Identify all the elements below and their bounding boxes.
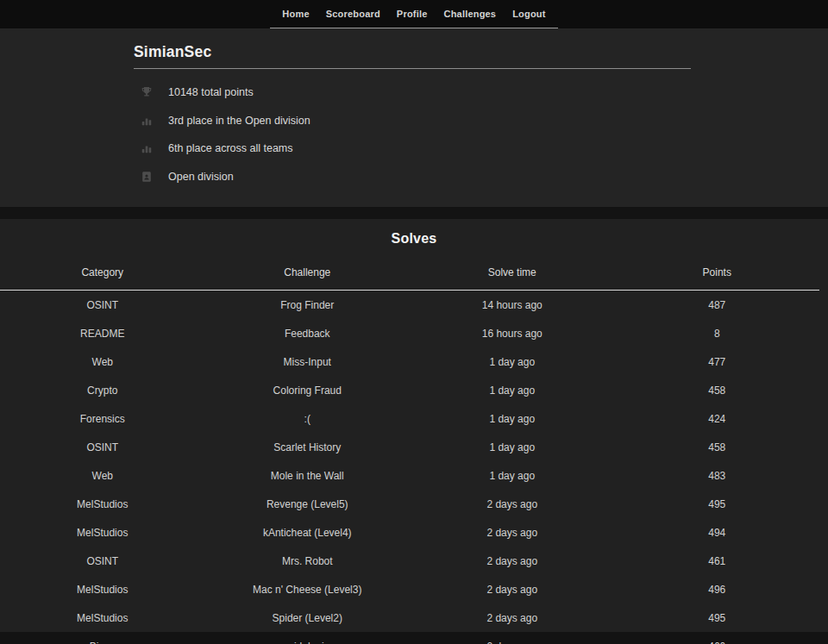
solve-time-cell: 2 days ago [410,584,615,596]
challenge-cell: Scarlet History [205,441,411,453]
table-row: Binex ruid_login 2 days ago 460 [0,632,819,644]
challenge-cell: ruid_login [205,641,411,644]
table-row: MelStudios Spider (Level2) 2 days ago 49… [0,603,819,632]
points-cell: 461 [615,555,820,567]
points-cell: 458 [615,441,820,453]
trophy-icon [140,85,154,99]
points-cell: 495 [615,498,820,510]
challenge-cell: kAnticheat (Level4) [205,527,411,539]
table-row: OSINT Scarlet History 1 day ago 458 [0,433,819,461]
category-cell: Binex [0,641,205,644]
stat-text: 6th place across all teams [168,142,293,154]
category-cell: MelStudios [0,584,205,596]
profile-card: SimianSec 10148 total points 3rd place i… [0,29,828,207]
challenge-cell: Mole in the Wall [205,470,411,482]
challenge-cell: Mac n' Cheese (Level3) [205,584,411,596]
table-row: OSINT Mrs. Robot 2 days ago 461 [0,547,819,575]
solves-table: Category Challenge Solve time Points OSI… [0,266,828,644]
points-cell: 477 [615,356,820,368]
solve-time-cell: 1 day ago [410,470,615,482]
team-name-title: SimianSec [134,43,828,61]
challenge-cell: Revenge (Level5) [205,498,411,510]
nav-item-challenges[interactable]: Challenges [444,9,497,19]
points-cell: 496 [615,584,820,596]
category-cell: MelStudios [0,527,205,539]
points-cell: 460 [615,641,820,644]
category-cell: MelStudios [0,612,205,624]
stat-overall-place: 6th place across all teams [134,134,828,163]
points-cell: 424 [615,413,820,425]
nav-item-home[interactable]: Home [282,9,309,19]
solve-time-cell: 16 hours ago [410,328,615,340]
points-cell: 487 [615,299,820,311]
points-cell: 8 [615,328,820,340]
column-header-solve-time: Solve time [410,266,615,278]
challenge-cell: Feedback [205,328,411,340]
table-row: MelStudios Revenge (Level5) 2 days ago 4… [0,490,819,518]
solve-time-cell: 1 day ago [410,413,615,425]
challenge-cell: Mrs. Robot [205,555,411,567]
solves-title: Solves [0,219,828,247]
nav-item-logout[interactable]: Logout [512,9,545,19]
category-cell: OSINT [0,441,205,453]
challenge-cell: Coloring Fraud [205,385,411,397]
title-underline [134,68,691,69]
solve-time-cell: 1 day ago [410,441,615,453]
nav-item-scoreboard[interactable]: Scoreboard [326,9,380,19]
category-cell: Web [0,470,205,482]
table-row: OSINT Frog Finder 14 hours ago 487 [0,291,819,319]
solve-time-cell: 2 days ago [410,527,615,539]
category-cell: MelStudios [0,498,205,510]
challenge-cell: Miss-Input [205,356,411,368]
category-cell: Forensics [0,413,205,425]
chart-bar-icon [140,141,154,155]
category-cell: Web [0,356,205,368]
solve-time-cell: 2 days ago [410,612,615,624]
category-cell: README [0,328,205,340]
challenge-cell: :( [205,413,411,425]
solve-time-cell: 2 days ago [410,555,615,567]
table-row: MelStudios Mac n' Cheese (Level3) 2 days… [0,575,819,603]
category-cell: OSINT [0,555,205,567]
column-header-category: Category [0,266,205,278]
stat-total-points: 10148 total points [134,78,828,107]
category-cell: Crypto [0,385,205,397]
table-row: MelStudios kAnticheat (Level4) 2 days ag… [0,518,819,547]
stat-text: 10148 total points [168,86,254,98]
stat-division: Open division [134,163,828,191]
stat-text: 3rd place in the Open division [168,115,310,127]
solves-section: Solves Category Challenge Solve time Poi… [0,219,828,632]
table-body: OSINT Frog Finder 14 hours ago 487 READM… [0,291,819,644]
points-cell: 494 [615,527,820,539]
id-badge-icon [140,170,154,184]
solve-time-cell: 2 days ago [410,641,615,644]
nav-item-profile[interactable]: Profile [397,9,428,19]
category-cell: OSINT [0,299,205,311]
table-row: Forensics :( 1 day ago 424 [0,404,819,433]
points-cell: 483 [615,470,820,482]
challenge-cell: Frog Finder [205,299,411,311]
table-row: Crypto Coloring Fraud 1 day ago 458 [0,376,819,404]
table-header-row: Category Challenge Solve time Points [0,266,819,291]
nav-menu: Home Scoreboard Profile Challenges Logou… [270,0,557,28]
stat-division-place: 3rd place in the Open division [134,107,828,135]
chart-bar-icon [140,114,154,128]
stat-text: Open division [168,171,234,183]
points-cell: 495 [615,612,820,624]
solve-time-cell: 14 hours ago [410,299,615,311]
profile-stats-list: 10148 total points 3rd place in the Open… [134,78,828,191]
table-row: Web Mole in the Wall 1 day ago 483 [0,461,819,490]
points-cell: 458 [615,385,820,397]
column-header-challenge: Challenge [205,266,411,278]
column-header-points: Points [615,266,820,278]
solve-time-cell: 1 day ago [410,385,615,397]
challenge-cell: Spider (Level2) [205,612,411,624]
table-row: README Feedback 16 hours ago 8 [0,319,819,347]
solve-time-cell: 1 day ago [410,356,615,368]
top-nav-bar: Home Scoreboard Profile Challenges Logou… [0,0,828,29]
solve-time-cell: 2 days ago [410,498,615,510]
table-row: Web Miss-Input 1 day ago 477 [0,347,819,376]
